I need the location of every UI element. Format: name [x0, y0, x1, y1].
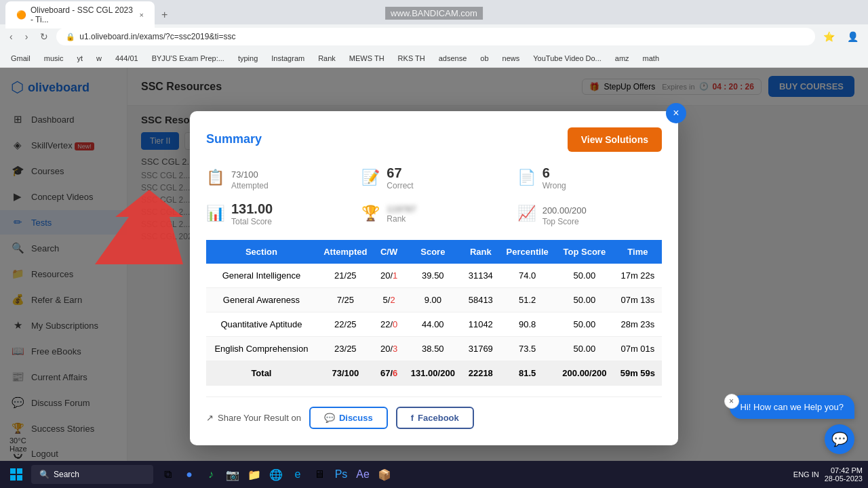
cell-attempted: 22/25: [317, 312, 374, 336]
score-icon: 📊: [206, 205, 224, 222]
bookmark-4[interactable]: 444/01: [110, 53, 144, 64]
cell-percentile: 90.8: [499, 312, 555, 336]
bookmark-math[interactable]: math: [637, 53, 665, 64]
table-row: Quantitative Aptitude 22/25 22/0 44.00 1…: [206, 312, 662, 336]
bookmark-music[interactable]: music: [39, 53, 69, 64]
cell-cw: 22/0: [374, 312, 404, 336]
back-button[interactable]: ‹: [5, 28, 17, 45]
rank-label: Rank: [387, 214, 416, 224]
cell-section: Quantitative Aptitude: [206, 312, 317, 336]
bookmark-instagram[interactable]: Instagram: [266, 53, 310, 64]
bookmark-yt[interactable]: yt: [71, 53, 88, 64]
bookmark-gmail[interactable]: Gmail: [5, 53, 36, 64]
share-icon: ↗: [206, 413, 214, 423]
taskbar-remote[interactable]: 🖥: [309, 464, 330, 485]
total-score-value: 131.00: [231, 201, 273, 217]
cell-score: 39.50: [403, 264, 462, 288]
taskbar-search-icon: 🔍: [39, 470, 50, 479]
cell-rank: 22218: [462, 361, 499, 385]
clock-time: 07:42 PM: [825, 466, 863, 474]
taskbar-chrome[interactable]: ●: [179, 464, 199, 485]
taskbar-task-view[interactable]: ⧉: [157, 464, 178, 485]
new-tab-button[interactable]: +: [155, 5, 174, 25]
svg-rect-3: [10, 475, 16, 481]
facebook-icon: f: [411, 413, 414, 423]
taskbar-photoshop[interactable]: Ps: [331, 464, 351, 485]
start-button[interactable]: [5, 464, 27, 485]
taskbar-ae[interactable]: Ae: [353, 464, 373, 485]
active-tab[interactable]: 🟠 Oliveboard - SSC CGL 2023 - Ti... ×: [5, 1, 155, 28]
col-section: Section: [206, 240, 317, 264]
bookmark-amz[interactable]: amz: [610, 53, 635, 64]
tab-close-icon[interactable]: ×: [140, 11, 144, 19]
address-bar[interactable]: 🔒 u1.oliveboard.in/exams/?c=ssc2019&ti=s…: [56, 28, 815, 45]
cell-top-score: 50.00: [555, 336, 614, 361]
reload-button[interactable]: ↻: [36, 28, 52, 45]
top-score-value: 200.00/200: [542, 201, 587, 217]
chat-widget: × Hi! How can we Help you? 💬: [730, 395, 854, 454]
taskbar-extra[interactable]: 📦: [374, 464, 395, 485]
share-label: ↗ Share Your Result on: [206, 413, 301, 423]
taskbar-search[interactable]: 🔍 Search: [31, 465, 153, 484]
results-table: Section Attempted C/W Score Rank Percent…: [206, 240, 662, 386]
col-cw: C/W: [374, 240, 404, 264]
extensions-button[interactable]: ⭐: [819, 28, 839, 45]
cell-percentile: 73.5: [499, 336, 555, 361]
bookmark-ob[interactable]: ob: [475, 53, 494, 64]
cell-section: English Comprehension: [206, 336, 317, 361]
cell-score: 9.00: [403, 287, 462, 312]
col-percentile: Percentile: [499, 240, 555, 264]
cell-time: 59m 59s: [614, 361, 662, 385]
bookmark-youtube[interactable]: YouTube Video Do...: [528, 53, 607, 64]
bookmark-rks[interactable]: RKS TH: [393, 53, 431, 64]
cell-attempted: 73/100: [317, 361, 374, 385]
attempted-icon: 📋: [206, 169, 224, 186]
taskbar-edge[interactable]: 🌐: [266, 464, 286, 485]
cell-cw: 20/1: [374, 264, 404, 288]
taskbar-file-explorer[interactable]: 📁: [244, 464, 264, 485]
cell-top-score: 200.00/200: [555, 361, 614, 385]
cell-section: General Awareness: [206, 287, 317, 312]
taskbar-camera[interactable]: 📷: [222, 464, 243, 485]
taskbar-spotify[interactable]: ♪: [201, 464, 221, 485]
col-attempted: Attempted: [317, 240, 374, 264]
clock-date: 28-05-2023: [825, 474, 863, 483]
stat-total-score: 📊 131.00 Total Score: [206, 201, 351, 226]
profile-button[interactable]: 👤: [843, 28, 863, 45]
cell-cw: 67/6: [374, 361, 404, 385]
view-solutions-button[interactable]: View Solutions: [568, 127, 662, 152]
bookmark-mews[interactable]: MEWS TH: [344, 53, 390, 64]
discuss-button[interactable]: 💬 Discuss: [309, 407, 388, 429]
cell-rank: 58413: [462, 287, 499, 312]
bookmarks-bar: Gmail music yt w 444/01 BYJU'S Exam Prep…: [0, 49, 868, 68]
bookmark-byju[interactable]: BYJU'S Exam Prep:...: [146, 53, 230, 64]
svg-rect-4: [17, 475, 22, 481]
share-bar: ↗ Share Your Result on 💬 Discuss f Faceb…: [206, 396, 662, 429]
cell-section: General Intelligence: [206, 264, 317, 288]
bookmark-w[interactable]: w: [91, 53, 107, 64]
chat-bubble: × Hi! How can we Help you?: [730, 395, 854, 419]
cell-percentile: 74.0: [499, 264, 555, 288]
svg-rect-2: [17, 468, 22, 474]
cell-top-score: 50.00: [555, 287, 614, 312]
bookmark-rank[interactable]: Rank: [313, 53, 341, 64]
cell-percentile: 81.5: [499, 361, 555, 385]
chat-close-button[interactable]: ×: [724, 394, 739, 409]
bookmark-typing[interactable]: typing: [233, 53, 263, 64]
forward-button[interactable]: ›: [21, 28, 33, 45]
facebook-button[interactable]: f Facebook: [396, 407, 474, 429]
chat-open-button[interactable]: 💬: [825, 424, 854, 454]
bookmark-adsense[interactable]: adsense: [433, 53, 473, 64]
table-row: Total 73/100 67/6 131.00/200 22218 81.5 …: [206, 361, 662, 385]
taskbar-right: ENG IN 07:42 PM 28-05-2023: [793, 466, 863, 483]
chat-message: Hi! How can we Help you?: [741, 402, 844, 412]
cell-time: 28m 23s: [614, 312, 662, 336]
windows-logo: [9, 468, 23, 481]
svg-rect-1: [10, 468, 16, 474]
lock-icon: 🔒: [66, 33, 75, 41]
taskbar-ie[interactable]: e: [288, 464, 308, 485]
tab-title: Oliveboard - SSC CGL 2023 - Ti...: [31, 5, 136, 24]
bookmark-news[interactable]: news: [497, 53, 526, 64]
modal-close-button[interactable]: ×: [666, 103, 686, 123]
cell-score: 44.00: [403, 312, 462, 336]
